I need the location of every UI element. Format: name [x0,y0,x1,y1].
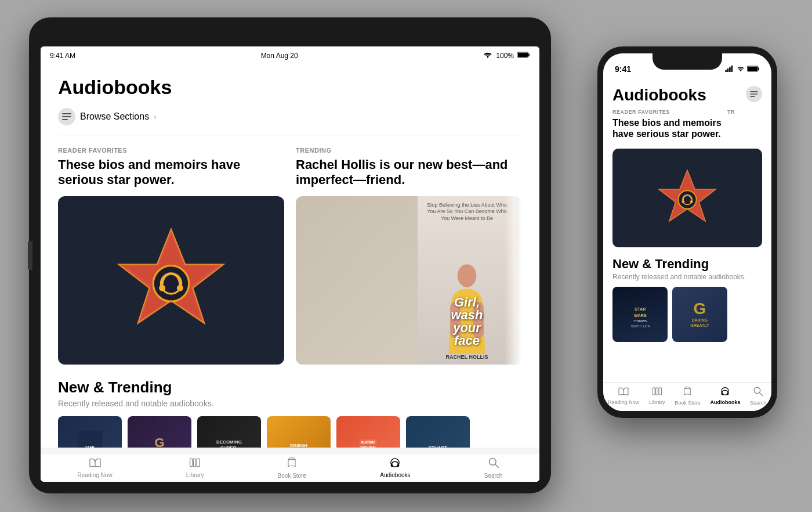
iphone-tab-library[interactable]: Library [649,387,665,405]
svg-rect-23 [197,459,200,466]
svg-text:STAR: STAR [635,307,646,312]
iphone-reader-favorites-label: READER FAVORITES [612,109,722,115]
iphone-new-trending-title: New & Trending [612,257,762,272]
search-icon [488,457,499,471]
ipad-content: Audiobooks Browse Sections › [41,64,539,448]
svg-rect-3 [518,53,528,57]
book-cover-4[interactable]: DINESHD'SOUZA [267,416,331,448]
trending-section: TRENDING Rachel Hollis is our new best—a… [296,147,522,365]
svg-rect-34 [758,67,759,70]
iphone-tab-book-store-label: Book Store [675,400,701,406]
iphone-book-store-icon [683,386,692,399]
ipad-time: 9:41 AM [50,52,75,60]
svg-rect-29 [725,70,727,72]
new-trending-title: New & Trending [58,378,522,396]
tab-book-store-label: Book Store [278,473,306,479]
new-trending-subtitle: Recently released and notable audiobooks… [58,399,522,408]
svg-point-41 [678,191,696,209]
trending-label: TRENDING [296,147,522,154]
svg-rect-36 [750,91,757,92]
svg-point-0 [487,57,488,58]
book-cover-5[interactable]: audible ORIGINAL DAVID [336,416,400,448]
iphone-featured-image[interactable] [612,149,762,247]
iphone-star-svg [652,163,722,233]
svg-rect-38 [750,96,755,97]
ipad-screen: 9:41 AM Mon Aug 20 100% [41,46,539,482]
iphone-tab-library-label: Library [649,399,665,405]
iphone-tab-audiobooks[interactable]: Audiobooks [710,387,740,405]
reader-favorites-label: READER FAVORITES [58,147,284,154]
iphone-reader-favorites: READER FAVORITES These bios and memoirs … [612,109,722,145]
svg-point-9 [153,265,189,301]
battery-label: 100% [496,52,514,60]
iphone-new-trending: New & Trending Recently released and not… [612,257,762,342]
svg-rect-32 [731,66,733,72]
svg-rect-26 [397,464,400,467]
iphone-search-icon [753,386,763,399]
reader-favorites-image[interactable] [58,196,284,365]
tab-reading-now[interactable]: Reading Now [78,457,113,478]
iphone-battery-icon [747,66,760,73]
iphone-tab-search[interactable]: Search [750,386,767,406]
book-cover-3[interactable]: BECOMINGSUPER-NATURAL [197,416,261,448]
trending-title: Rachel Hollis is our new best—and imperf… [296,157,522,188]
book-cover-2[interactable]: G DARING GREATLY [128,416,191,448]
tab-book-store[interactable]: Book Store [278,457,306,479]
iphone-book-2[interactable]: G DARINGGREATLY [672,287,727,342]
iphone-screen: 9:41 [603,53,771,411]
audiobooks-icon [389,457,401,471]
new-trending-section: New & Trending Recently released and not… [58,378,522,448]
browse-sections-button[interactable]: Browse Sections › [58,108,522,125]
svg-rect-4 [62,113,71,114]
ipad-device: 9:41 AM Mon Aug 20 100% [29,17,551,493]
browse-chevron-icon: › [154,112,157,121]
browse-sections-label: Browse Sections [80,111,149,122]
tab-audiobooks-label: Audiobooks [380,472,410,478]
svg-line-28 [495,464,498,467]
ipad-tab-bar: Reading Now Library [41,453,539,482]
svg-rect-21 [190,459,193,466]
iphone-menu-icon[interactable] [746,86,762,102]
iphone-tab-reading-now[interactable]: Reading Now [608,387,639,405]
iphone-tab-book-store[interactable]: Book Store [675,386,701,406]
iphone-book-1[interactable]: STAR WARS THRAWN TIMOTHY ZAHN [612,287,668,342]
svg-rect-52 [656,388,658,395]
svg-rect-56 [727,392,729,395]
svg-text:TIMOTHY ZAHN: TIMOTHY ZAHN [630,325,650,328]
trending-image[interactable]: Stop Believing the Lies About Who You Ar… [296,196,522,365]
ipad-home-button[interactable] [28,241,32,270]
svg-rect-35 [748,67,757,71]
book-cover-6[interactable]: STUART [406,416,470,448]
tab-library[interactable]: Library [186,457,204,478]
page-title: Audiobooks [58,76,522,99]
svg-rect-53 [659,388,662,395]
svg-text:THRAWN: THRAWN [633,319,647,323]
tab-search[interactable]: Search [484,457,503,479]
iphone-reader-favorites-title: These bios and memoirs have serious star… [612,117,722,139]
iphone-notch [652,53,722,70]
ipad-status-bar: 9:41 AM Mon Aug 20 100% [41,46,539,64]
iphone-content: Audiobooks READER FAVORITES These bios a… [603,79,771,382]
iphone-books-row: STAR WARS THRAWN TIMOTHY ZAHN G DARINGGR… [612,287,762,342]
iphone-time: 9:41 [615,64,631,74]
trending-artwork: Stop Believing the Lies About Who You Ar… [296,196,522,365]
signal-icon [725,65,734,73]
iphone-tab-bar: Reading Now Library [603,382,771,411]
iphone-tab-reading-now-label: Reading Now [608,399,639,405]
library-icon [189,457,201,471]
battery-icon [517,52,530,60]
sections-row: READER FAVORITES These bios and memoirs … [58,147,522,365]
svg-text:WARS: WARS [634,313,647,318]
book-cover-1[interactable]: STAR WARS [58,416,122,448]
divider [58,135,522,135]
svg-rect-25 [391,464,393,467]
iphone-status-icons [725,65,760,73]
iphone-new-trending-subtitle: Recently released and notable audiobooks… [612,273,762,281]
tab-library-label: Library [186,472,204,478]
svg-rect-37 [750,93,757,95]
svg-point-14 [458,264,476,287]
tab-audiobooks[interactable]: Audiobooks [380,457,410,478]
svg-text:STAR: STAR [85,445,95,448]
scene: 9:41 AM Mon Aug 20 100% [0,0,812,512]
svg-rect-22 [194,459,196,466]
